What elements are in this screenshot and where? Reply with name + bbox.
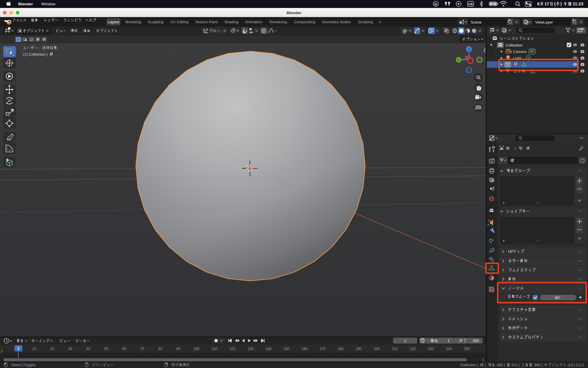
- svg-text:90: 90: [176, 347, 181, 351]
- svg-text:1: 1: [447, 339, 450, 343]
- svg-text:180: 180: [338, 347, 344, 351]
- svg-text:80: 80: [158, 347, 163, 351]
- svg-text:Texture Paint: Texture Paint: [195, 20, 218, 24]
- svg-text:30: 30: [68, 347, 72, 351]
- svg-text:Scene: Scene: [471, 20, 482, 24]
- svg-text:Animation: Animation: [245, 20, 262, 24]
- svg-text:US: US: [468, 2, 473, 6]
- svg-text:(1) Collection |: (1) Collection |: [23, 52, 48, 57]
- svg-text:Blender: Blender: [18, 2, 33, 6]
- svg-text:17: 17: [544, 1, 549, 6]
- svg-text:Y: Y: [457, 58, 460, 62]
- svg-text:8: 8: [537, 1, 539, 6]
- svg-text:Scripting: Scripting: [358, 20, 373, 24]
- svg-text:Z: Z: [468, 48, 470, 51]
- svg-text:120: 120: [230, 347, 235, 351]
- svg-text:110: 110: [212, 347, 217, 351]
- svg-text::1/3 | 3.2.1: :1/3 | 3.2.1: [567, 363, 584, 367]
- svg-text:Rendering: Rendering: [269, 20, 287, 24]
- svg-text:170: 170: [320, 347, 325, 351]
- svg-text:Layout: Layout: [108, 20, 119, 24]
- svg-text:50: 50: [104, 347, 108, 351]
- svg-text:250: 250: [464, 347, 470, 351]
- svg-text:Compositing: Compositing: [294, 20, 315, 24]
- svg-text:+: +: [379, 19, 381, 24]
- svg-text:40: 40: [86, 347, 90, 351]
- svg-text:220: 220: [410, 347, 416, 351]
- svg-text:G: G: [435, 2, 437, 6]
- svg-text:11:23: 11:23: [573, 1, 583, 6]
- svg-text:Modeling: Modeling: [126, 20, 141, 24]
- svg-text:140: 140: [265, 347, 271, 351]
- svg-text:250: 250: [472, 339, 479, 343]
- svg-text:230: 230: [428, 347, 434, 351]
- svg-text:V: V: [510, 249, 513, 253]
- svg-text:|: |: [485, 363, 486, 367]
- svg-text:210: 210: [392, 347, 398, 351]
- svg-text:Sculpting: Sculpting: [148, 20, 163, 24]
- svg-text:20: 20: [50, 347, 54, 351]
- svg-text:70: 70: [140, 347, 144, 351]
- svg-text:Shading: Shading: [224, 20, 238, 24]
- svg-text:1: 1: [17, 347, 19, 351]
- svg-text::960 |: :960 |: [533, 363, 542, 367]
- svg-text:200: 200: [374, 347, 380, 351]
- svg-text:Collection: Collection: [506, 43, 522, 47]
- svg-text:Select (Toggle): Select (Toggle): [11, 363, 36, 367]
- svg-text:240: 240: [446, 347, 452, 351]
- svg-text::512 |: :512 |: [511, 363, 520, 367]
- svg-text:190: 190: [356, 347, 362, 351]
- svg-text:90°: 90°: [555, 296, 561, 300]
- svg-text:...: ...: [220, 29, 223, 33]
- svg-text:150: 150: [284, 347, 290, 351]
- svg-text:): ): [560, 1, 562, 6]
- svg-text:1: 1: [404, 339, 406, 343]
- svg-text:Geometry Nodes: Geometry Nodes: [322, 20, 351, 24]
- svg-text:(: (: [554, 1, 556, 6]
- svg-text:160: 160: [302, 347, 308, 351]
- svg-text:Blender: Blender: [287, 11, 302, 15]
- svg-text:10: 10: [32, 347, 36, 351]
- svg-text::482 |: :482 |: [496, 363, 505, 367]
- svg-text:130: 130: [248, 347, 253, 351]
- svg-text:UV Editing: UV Editing: [170, 20, 188, 24]
- svg-text:60: 60: [122, 347, 126, 351]
- svg-text:ViewLayer: ViewLayer: [535, 20, 553, 24]
- svg-text:100: 100: [193, 347, 199, 351]
- svg-text:Camera: Camera: [513, 49, 527, 54]
- svg-text:Window: Window: [41, 2, 55, 6]
- svg-text:Collection |: Collection |: [460, 363, 478, 367]
